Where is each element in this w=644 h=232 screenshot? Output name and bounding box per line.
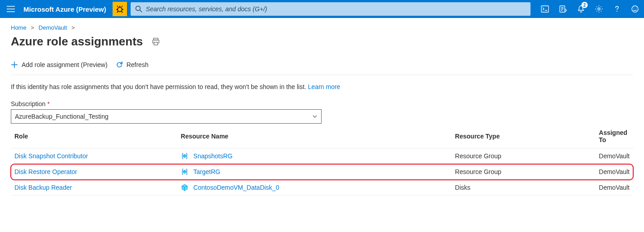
assigned-to-cell: DemoVault (595, 148, 633, 164)
refresh-label: Refresh (127, 61, 149, 68)
info-text: If this identity has role assignments th… (11, 83, 633, 90)
role-link[interactable]: Disk Backup Reader (14, 184, 72, 191)
help-icon (613, 5, 621, 13)
subscription-label: Subscription * (11, 100, 633, 107)
feedback-button[interactable] (626, 0, 644, 18)
breadcrumb-sep: > (72, 24, 75, 31)
breadcrumb-home[interactable]: Home (11, 24, 27, 31)
resource-icon (181, 183, 189, 192)
refresh-button[interactable]: Refresh (116, 61, 149, 68)
search-icon (135, 5, 142, 13)
table-row[interactable]: Disk Snapshot ContributorSnapshotsRGReso… (11, 148, 633, 164)
gear-icon (595, 5, 603, 13)
resource-type-cell: Disks (451, 180, 595, 196)
required-asterisk: * (47, 100, 50, 107)
directory-filter-button[interactable] (554, 0, 572, 18)
top-icon-bar: 2 (536, 0, 644, 18)
table-header-row: Role Resource Name Resource Type Assigne… (11, 125, 633, 148)
subscription-dropdown[interactable]: AzureBackup_Functional_Testing (11, 109, 322, 124)
smiley-icon (631, 5, 639, 13)
resource-icon (181, 168, 189, 176)
svg-rect-2 (541, 6, 549, 12)
col-header-resource-name[interactable]: Resource Name (177, 125, 451, 148)
preview-badge[interactable] (113, 2, 127, 16)
resource-icon (181, 152, 189, 160)
resource-type-cell: Resource Group (451, 164, 595, 180)
resource-type-cell: Resource Group (451, 148, 595, 164)
breadcrumb: Home > DemoVault > (11, 24, 633, 31)
resource-name-link[interactable]: TargetRG (193, 168, 220, 175)
page-content: Home > DemoVault > Azure role assignment… (0, 18, 644, 202)
refresh-icon (116, 61, 123, 68)
svg-point-0 (118, 7, 122, 12)
svg-point-6 (632, 6, 638, 12)
plus-icon (11, 61, 18, 68)
settings-button[interactable] (590, 0, 608, 18)
svg-rect-11 (154, 42, 158, 45)
col-header-resource-type[interactable]: Resource Type (451, 125, 595, 148)
role-link[interactable]: Disk Restore Operator (14, 168, 77, 175)
cloud-shell-button[interactable] (536, 0, 554, 18)
notification-count: 2 (581, 2, 588, 8)
hamburger-icon (7, 6, 15, 12)
table-row[interactable]: Disk Backup ReaderContosoDemoVM_DataDisk… (11, 180, 633, 196)
hamburger-menu[interactable] (0, 0, 22, 18)
table-row[interactable]: Disk Restore OperatorTargetRGResource Gr… (11, 164, 633, 180)
breadcrumb-demovault[interactable]: DemoVault (39, 24, 67, 31)
svg-point-8 (636, 8, 637, 9)
assigned-to-cell: DemoVault (595, 164, 633, 180)
chevron-down-icon (312, 114, 317, 119)
title-row: Azure role assignments (11, 35, 633, 49)
svg-point-5 (617, 11, 617, 12)
resource-name-link[interactable]: SnapshotsRG (193, 152, 232, 160)
add-label: Add role assignment (Preview) (22, 61, 108, 68)
assigned-to-cell: DemoVault (595, 180, 633, 196)
brand-label[interactable]: Microsoft Azure (Preview) (22, 5, 113, 13)
add-role-assignment-button[interactable]: Add role assignment (Preview) (11, 61, 108, 68)
col-header-role[interactable]: Role (11, 125, 177, 148)
filter-icon (559, 5, 567, 13)
bug-icon (115, 4, 124, 13)
learn-more-link[interactable]: Learn more (308, 83, 340, 90)
print-icon (152, 38, 160, 46)
cloud-shell-icon (541, 5, 549, 13)
svg-point-4 (598, 8, 600, 10)
svg-point-1 (136, 6, 140, 11)
help-button[interactable] (608, 0, 626, 18)
resource-name-link[interactable]: ContosoDemoVM_DataDisk_0 (193, 184, 279, 191)
role-assignments-table: Role Resource Name Resource Type Assigne… (11, 125, 633, 196)
page-title: Azure role assignments (11, 35, 143, 49)
role-link[interactable]: Disk Snapshot Contributor (14, 152, 88, 160)
subscription-value: AzureBackup_Functional_Testing (15, 113, 109, 120)
global-search[interactable] (131, 2, 531, 16)
top-nav-bar: Microsoft Azure (Preview) (0, 0, 644, 18)
command-bar: Add role assignment (Preview) Refresh (11, 61, 633, 75)
search-input[interactable] (142, 5, 526, 13)
svg-point-7 (634, 8, 635, 9)
notifications-button[interactable]: 2 (572, 0, 590, 18)
col-header-assigned-to[interactable]: Assigned To (595, 125, 633, 148)
print-button[interactable] (152, 38, 160, 46)
breadcrumb-sep: > (31, 24, 34, 31)
